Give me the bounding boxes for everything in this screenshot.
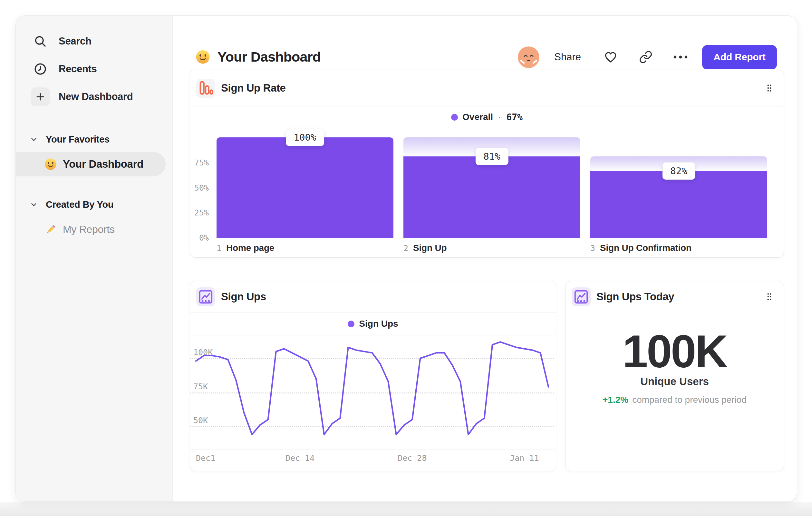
funnel-step-name: Home page: [226, 243, 274, 253]
sidebar-item-label: New Dashboard: [59, 91, 133, 103]
sidebar-item-label: Recents: [59, 63, 97, 75]
funnel-ytick-label: 50%: [190, 183, 209, 192]
line-series: [190, 335, 555, 472]
page-title: Your Dashboard: [218, 49, 321, 65]
heart-icon[interactable]: [604, 50, 618, 64]
chevron-down-icon: [30, 201, 37, 208]
funnel-bars-icon: [196, 79, 215, 98]
funnel-step-name: Sign Up Confirmation: [600, 243, 692, 253]
card-title[interactable]: Sign Up Rate: [221, 82, 286, 94]
share-button[interactable]: Share: [554, 51, 581, 63]
smiley-emoji: [195, 49, 210, 64]
funnel-step-name: Sign Up: [413, 243, 446, 253]
pencil-emoji: [45, 223, 57, 236]
card-title[interactable]: Sign Ups: [221, 291, 266, 303]
legend-series-name: Sign Ups: [359, 319, 398, 329]
funnel-ytick-label: 0%: [190, 233, 209, 243]
sidebar-item-new-dashboard[interactable]: New Dashboard: [16, 83, 172, 111]
app-window: Search Recents New Dashboard: [0, 0, 812, 516]
sidebar-item-my-reports[interactable]: My Reports: [16, 220, 172, 239]
avatar[interactable]: [518, 47, 540, 68]
sidebar: Search Recents New Dashboard: [16, 16, 173, 501]
funnel-bar: [216, 137, 394, 238]
funnel-conversion-tooltip: 82%: [662, 162, 695, 180]
card-header: Sign Ups Today: [566, 281, 784, 312]
link-icon[interactable]: [639, 50, 652, 64]
page-background-strip: [0, 502, 812, 516]
sidebar-item-label: Search: [59, 35, 91, 47]
main-content: Your Dashboard Share: [173, 16, 797, 501]
drag-handle-icon[interactable]: [766, 84, 772, 92]
funnel-step-label: 2Sign Up: [403, 243, 446, 253]
funnel-step-label: 1Home page: [216, 243, 274, 253]
search-icon: [33, 34, 47, 48]
stat-label: Unique Users: [566, 374, 784, 389]
funnel-conversion-tooltip: 81%: [475, 148, 508, 165]
ellipsis-icon[interactable]: [673, 55, 688, 59]
smiley-emoji: [44, 158, 57, 171]
sidebar-item-search[interactable]: Search: [16, 27, 172, 55]
header-actions: Share: [518, 45, 777, 69]
line-chart: 100K75K50KDec1Dec 14Dec 28Jan 11: [190, 335, 556, 471]
funnel-bar: [590, 171, 767, 238]
sidebar-item-label: My Reports: [63, 223, 115, 236]
funnel-step-label: 3Sign Up Confirmation: [590, 243, 692, 253]
funnel-conversion-tooltip: 100%: [286, 129, 324, 146]
stat-delta-note: compared to previous period: [632, 395, 747, 405]
line-chart-icon: [196, 287, 215, 306]
dashboard-container: Search Recents New Dashboard: [16, 16, 797, 502]
funnel-legend: Overall · 67%: [190, 106, 784, 128]
sidebar-section-created-by-you[interactable]: Created By You: [16, 195, 172, 214]
funnel-step-number: 2: [403, 243, 408, 253]
sidebar-section-your-favorites[interactable]: Your Favorites: [16, 130, 172, 149]
card-sign-ups: Sign Ups Sign Ups 100K75K50KDec1Dec 14De…: [190, 281, 556, 471]
sidebar-item-label: Your Dashboard: [63, 158, 143, 170]
clock-icon: [33, 62, 47, 76]
funnel-step-number: 3: [590, 243, 595, 253]
card-sign-ups-today: Sign Ups Today 100K Unique Users +1.2%co…: [565, 281, 784, 471]
card-sign-up-rate: Sign Up Rate Overall · 67% 75%5: [190, 70, 784, 258]
stat-delta-row: +1.2%compared to previous period: [566, 393, 784, 406]
legend-dot-icon: [348, 321, 354, 327]
funnel-step-number: 1: [216, 243, 221, 253]
section-label: Created By You: [46, 199, 113, 210]
stat-delta: +1.2%: [603, 395, 628, 405]
plus-icon: [31, 87, 50, 106]
legend-separator: ·: [498, 112, 501, 122]
sidebar-item-recents[interactable]: Recents: [16, 55, 172, 83]
add-report-button[interactable]: Add Report: [702, 45, 777, 69]
legend-value: 67%: [506, 112, 523, 123]
sidebar-item-your-dashboard[interactable]: Your Dashboard: [16, 152, 166, 176]
line-chart-icon: [572, 287, 591, 306]
legend-dot-icon: [451, 114, 458, 120]
page-header: Your Dashboard: [195, 45, 321, 69]
card-header: Sign Ups: [190, 281, 556, 313]
funnel-ytick-label: 75%: [190, 158, 209, 167]
funnel-chart: 75%50%25%0%1Home page2Sign Up3Sign Up Co…: [190, 128, 784, 257]
funnel-bar: [403, 156, 580, 238]
legend-series-name: Overall: [462, 112, 493, 122]
section-label: Your Favorites: [46, 134, 110, 145]
funnel-ytick-label: 25%: [190, 208, 209, 217]
stat-value: 100K: [566, 330, 784, 373]
chevron-down-icon: [30, 136, 37, 143]
card-title[interactable]: Sign Ups Today: [597, 291, 674, 303]
drag-handle-icon[interactable]: [766, 293, 772, 301]
card-header: Sign Up Rate: [190, 70, 784, 106]
line-legend: Sign Ups: [190, 313, 556, 335]
